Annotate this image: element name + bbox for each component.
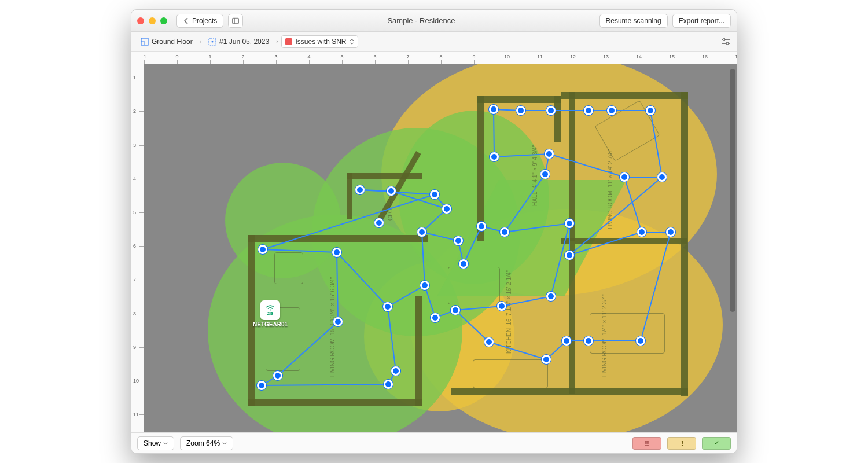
survey-node[interactable] — [516, 106, 525, 115]
breadcrumb: Ground Floor › #1 Jun 05, 2023 › Issues … — [131, 32, 737, 52]
survey-node[interactable] — [489, 105, 498, 114]
wall — [248, 235, 255, 406]
minimize-icon[interactable] — [149, 17, 156, 24]
survey-node[interactable] — [666, 227, 675, 237]
survey-node[interactable] — [384, 380, 393, 389]
svg-rect-0 — [233, 18, 239, 23]
survey-node[interactable] — [332, 248, 341, 257]
survey-node[interactable] — [620, 172, 629, 182]
wall — [248, 399, 422, 406]
sidebar-icon — [232, 17, 239, 24]
survey-node[interactable] — [273, 371, 282, 380]
settings-sliders-icon[interactable] — [720, 36, 731, 47]
survey-node[interactable] — [607, 106, 616, 115]
wall — [561, 238, 687, 244]
survey-node[interactable] — [258, 245, 267, 254]
furniture-armchair — [274, 252, 303, 284]
survey-node[interactable] — [657, 172, 667, 182]
chevron-down-icon — [222, 442, 227, 445]
survey-node[interactable] — [646, 106, 655, 115]
ruler-vertical: 1234567891011 — [131, 64, 144, 432]
wall — [477, 96, 561, 103]
furniture-table — [448, 267, 500, 304]
sidebar-toggle-button[interactable] — [228, 14, 243, 28]
survey-node[interactable] — [430, 190, 439, 199]
chevron-updown-icon — [350, 39, 354, 45]
survey-node[interactable] — [459, 259, 468, 269]
ruler-horizontal: -101234567891011121314151617 — [144, 52, 737, 64]
survey-node[interactable] — [420, 281, 429, 290]
viewport[interactable]: LIVING ROOM 15' 10 3/4" × 15' 6 3/4" KIT… — [144, 64, 737, 432]
breadcrumb-floor[interactable]: Ground Floor — [137, 36, 196, 47]
status-filter-critical[interactable]: !!! — [632, 437, 661, 450]
svg-point-9 — [723, 38, 725, 41]
access-point-marker[interactable]: 2G — [260, 300, 280, 320]
survey-node[interactable] — [540, 170, 550, 179]
chevron-right-icon: › — [276, 38, 278, 45]
svg-point-10 — [726, 42, 729, 45]
titlebar: Projects Sample - Residence Resume scann… — [131, 10, 737, 32]
survey-node[interactable] — [500, 227, 509, 237]
resume-scanning-button[interactable]: Resume scanning — [599, 14, 668, 28]
survey-node[interactable] — [637, 227, 646, 237]
wall — [477, 96, 484, 241]
survey-node[interactable] — [562, 336, 571, 346]
survey-node[interactable] — [374, 218, 384, 227]
survey-node[interactable] — [584, 336, 593, 346]
wall — [415, 296, 422, 406]
room-label: LIVING ROOM 1/4" × 11' 2 3/4" — [601, 294, 608, 377]
survey-node[interactable] — [391, 366, 400, 376]
survey-node[interactable] — [584, 106, 593, 115]
zoom-icon[interactable] — [160, 17, 167, 24]
status-filter-warning[interactable]: !! — [667, 437, 696, 450]
wall — [561, 92, 688, 99]
survey-node[interactable] — [490, 152, 499, 161]
survey-node[interactable] — [431, 313, 440, 322]
chevron-down-icon — [163, 442, 168, 445]
room-label: HALL 4' 4 1" × 9' 4 3/4" — [532, 145, 538, 206]
breadcrumb-filter[interactable]: Issues with SNR — [281, 35, 358, 48]
status-filter-ok[interactable]: ✓ — [702, 437, 731, 450]
survey-node[interactable] — [333, 317, 343, 326]
export-report-button[interactable]: Export report... — [672, 14, 731, 28]
close-icon[interactable] — [137, 17, 144, 24]
wall — [569, 244, 575, 394]
wall — [347, 173, 422, 179]
bottombar: Show Zoom 64% !!! !! ✓ — [131, 432, 737, 453]
back-button[interactable]: Projects — [176, 14, 223, 28]
room-label: KITCHEN 16' 7 1/4" × 16' 2 1/4" — [506, 270, 512, 354]
survey-node[interactable] — [565, 219, 574, 228]
chevron-right-icon: › — [200, 38, 201, 45]
show-menu[interactable]: Show — [137, 436, 174, 450]
survey-node[interactable] — [451, 306, 460, 315]
survey-node[interactable] — [636, 336, 645, 346]
room-label: CLOSET — [387, 197, 393, 221]
survey-node[interactable] — [355, 185, 365, 194]
survey-node[interactable] — [484, 337, 494, 347]
survey-node[interactable] — [542, 355, 551, 364]
survey-node[interactable] — [477, 222, 486, 231]
vertical-scrollbar[interactable] — [730, 69, 735, 312]
wifi-icon — [266, 305, 275, 311]
survey-node[interactable] — [545, 149, 554, 159]
access-point-label: NETGEAR01 — [253, 321, 288, 328]
floorplan-icon — [141, 38, 149, 46]
survey-node[interactable] — [257, 381, 266, 390]
survey-node[interactable] — [417, 227, 426, 237]
back-button-label: Projects — [192, 17, 217, 25]
scan-icon — [208, 38, 216, 46]
window-controls — [137, 17, 167, 24]
survey-node[interactable] — [546, 106, 556, 115]
survey-node[interactable] — [454, 236, 463, 245]
survey-node[interactable] — [497, 302, 506, 311]
furniture-counter — [473, 359, 548, 388]
survey-node[interactable] — [546, 292, 556, 301]
window-title: Sample - Residence — [248, 16, 594, 25]
breadcrumb-scan[interactable]: #1 Jun 05, 2023 — [205, 36, 273, 47]
zoom-menu[interactable]: Zoom 64% — [180, 436, 233, 450]
survey-node[interactable] — [387, 186, 396, 196]
chevron-left-icon — [183, 17, 190, 24]
survey-node[interactable] — [442, 204, 451, 214]
survey-node[interactable] — [565, 251, 574, 260]
survey-node[interactable] — [383, 302, 392, 311]
